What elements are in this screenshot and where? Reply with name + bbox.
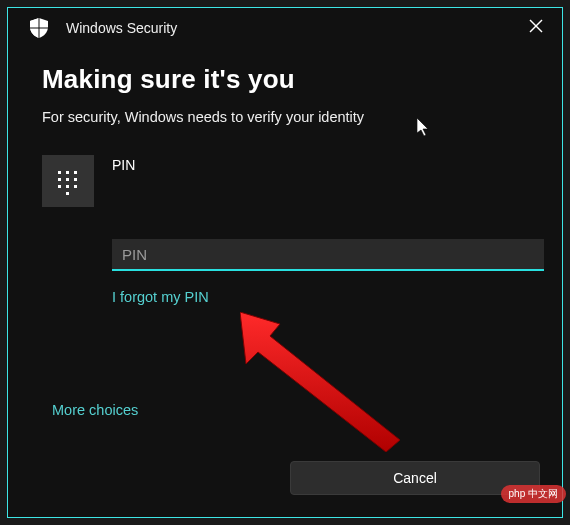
pin-label: PIN xyxy=(112,155,135,173)
svg-rect-11 xyxy=(66,185,69,188)
svg-rect-5 xyxy=(66,171,69,174)
svg-rect-4 xyxy=(58,171,61,174)
content-area: Making sure it's you For security, Windo… xyxy=(8,46,562,306)
pin-keypad-icon xyxy=(42,155,94,207)
subtext: For security, Windows needs to verify yo… xyxy=(42,109,534,125)
pin-input[interactable] xyxy=(112,239,544,271)
svg-rect-13 xyxy=(66,192,69,195)
watermark-badge: php 中文网 xyxy=(501,485,566,503)
titlebar: Windows Security xyxy=(8,8,562,46)
pin-input-area: I forgot my PIN xyxy=(112,239,534,306)
shield-icon xyxy=(30,18,48,38)
pin-option-row: PIN xyxy=(42,155,534,207)
more-choices-link[interactable]: More choices xyxy=(52,402,138,418)
svg-rect-12 xyxy=(74,185,77,188)
close-button[interactable] xyxy=(518,14,554,42)
windows-security-dialog: Windows Security Making sure it's you Fo… xyxy=(7,7,563,518)
page-title: Making sure it's you xyxy=(42,64,534,95)
svg-rect-1 xyxy=(30,28,48,29)
svg-rect-10 xyxy=(58,185,61,188)
svg-rect-6 xyxy=(74,171,77,174)
svg-rect-7 xyxy=(58,178,61,181)
window-title: Windows Security xyxy=(66,20,177,36)
svg-rect-9 xyxy=(74,178,77,181)
svg-rect-8 xyxy=(66,178,69,181)
forgot-pin-link[interactable]: I forgot my PIN xyxy=(112,289,209,305)
close-icon xyxy=(529,19,543,37)
